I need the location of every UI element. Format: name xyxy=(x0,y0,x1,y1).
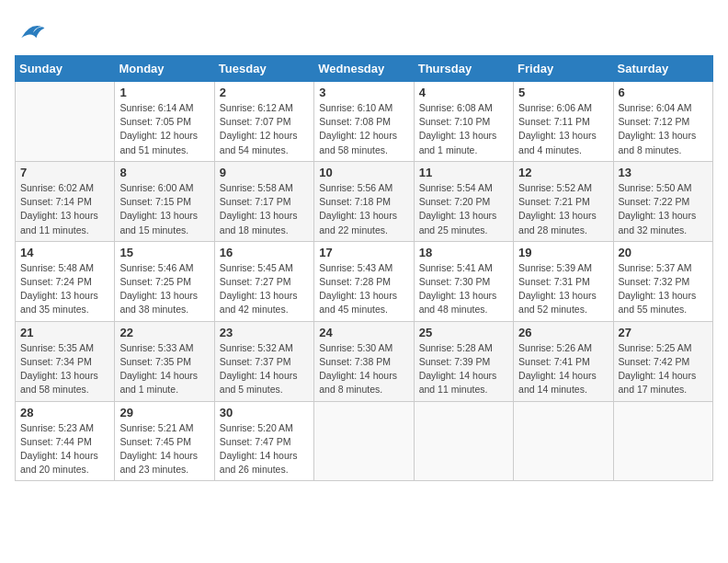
day-number: 5 xyxy=(518,86,608,99)
calendar-cell: 23Sunrise: 5:32 AM Sunset: 7:37 PM Dayli… xyxy=(214,321,313,401)
page-header xyxy=(15,15,713,48)
day-info: Sunrise: 5:58 AM Sunset: 7:17 PM Dayligh… xyxy=(220,181,309,237)
header-sunday: Sunday xyxy=(16,56,115,82)
calendar-cell: 10Sunrise: 5:56 AM Sunset: 7:18 PM Dayli… xyxy=(314,161,414,241)
calendar-cell: 18Sunrise: 5:41 AM Sunset: 7:30 PM Dayli… xyxy=(414,241,513,321)
day-number: 9 xyxy=(220,166,309,179)
day-info: Sunrise: 5:39 AM Sunset: 7:31 PM Dayligh… xyxy=(518,261,608,317)
day-info: Sunrise: 6:12 AM Sunset: 7:07 PM Dayligh… xyxy=(220,101,309,157)
day-number: 1 xyxy=(119,86,209,99)
day-info: Sunrise: 5:35 AM Sunset: 7:34 PM Dayligh… xyxy=(20,341,109,397)
day-info: Sunrise: 5:20 AM Sunset: 7:47 PM Dayligh… xyxy=(220,421,309,477)
day-info: Sunrise: 5:46 AM Sunset: 7:25 PM Dayligh… xyxy=(119,261,209,317)
day-info: Sunrise: 5:52 AM Sunset: 7:21 PM Dayligh… xyxy=(518,181,608,237)
day-info: Sunrise: 6:06 AM Sunset: 7:11 PM Dayligh… xyxy=(518,101,608,157)
day-info: Sunrise: 5:28 AM Sunset: 7:39 PM Dayligh… xyxy=(419,341,508,397)
day-info: Sunrise: 6:04 AM Sunset: 7:12 PM Dayligh… xyxy=(619,101,708,157)
calendar-week-row: 14Sunrise: 5:48 AM Sunset: 7:24 PM Dayli… xyxy=(16,241,713,321)
calendar-header-row: SundayMondayTuesdayWednesdayThursdayFrid… xyxy=(16,56,713,82)
calendar-cell: 12Sunrise: 5:52 AM Sunset: 7:21 PM Dayli… xyxy=(514,161,613,241)
calendar-week-row: 1Sunrise: 6:14 AM Sunset: 7:05 PM Daylig… xyxy=(16,82,713,162)
day-info: Sunrise: 6:08 AM Sunset: 7:10 PM Dayligh… xyxy=(419,101,508,157)
calendar-cell: 30Sunrise: 5:20 AM Sunset: 7:47 PM Dayli… xyxy=(214,401,313,481)
calendar-cell: 20Sunrise: 5:37 AM Sunset: 7:32 PM Dayli… xyxy=(613,241,712,321)
calendar-cell: 11Sunrise: 5:54 AM Sunset: 7:20 PM Dayli… xyxy=(414,161,513,241)
header-monday: Monday xyxy=(115,56,214,82)
day-number: 12 xyxy=(518,166,608,179)
day-number: 26 xyxy=(518,326,608,339)
day-number: 18 xyxy=(419,246,508,259)
calendar-cell: 1Sunrise: 6:14 AM Sunset: 7:05 PM Daylig… xyxy=(115,82,214,162)
calendar-cell: 29Sunrise: 5:21 AM Sunset: 7:45 PM Dayli… xyxy=(115,401,214,481)
day-info: Sunrise: 5:41 AM Sunset: 7:30 PM Dayligh… xyxy=(419,261,508,317)
day-number: 7 xyxy=(20,166,109,179)
day-info: Sunrise: 5:26 AM Sunset: 7:41 PM Dayligh… xyxy=(518,341,608,397)
day-info: Sunrise: 5:33 AM Sunset: 7:35 PM Dayligh… xyxy=(119,341,209,397)
calendar-week-row: 21Sunrise: 5:35 AM Sunset: 7:34 PM Dayli… xyxy=(16,321,713,401)
calendar-week-row: 7Sunrise: 6:02 AM Sunset: 7:14 PM Daylig… xyxy=(16,161,713,241)
calendar-cell xyxy=(16,82,115,162)
calendar-cell: 17Sunrise: 5:43 AM Sunset: 7:28 PM Dayli… xyxy=(314,241,414,321)
calendar-cell xyxy=(613,401,712,481)
day-number: 8 xyxy=(119,166,209,179)
day-number: 29 xyxy=(119,406,209,419)
calendar-cell: 3Sunrise: 6:10 AM Sunset: 7:08 PM Daylig… xyxy=(314,82,414,162)
calendar-cell: 16Sunrise: 5:45 AM Sunset: 7:27 PM Dayli… xyxy=(214,241,313,321)
day-number: 15 xyxy=(119,246,209,259)
day-number: 6 xyxy=(619,86,708,99)
logo-icon xyxy=(15,15,48,48)
day-number: 4 xyxy=(419,86,508,99)
calendar-cell xyxy=(414,401,513,481)
calendar-cell: 22Sunrise: 5:33 AM Sunset: 7:35 PM Dayli… xyxy=(115,321,214,401)
day-number: 13 xyxy=(619,166,708,179)
day-number: 3 xyxy=(319,86,408,99)
day-number: 2 xyxy=(220,86,309,99)
calendar-cell: 19Sunrise: 5:39 AM Sunset: 7:31 PM Dayli… xyxy=(514,241,613,321)
header-thursday: Thursday xyxy=(414,56,513,82)
day-info: Sunrise: 5:56 AM Sunset: 7:18 PM Dayligh… xyxy=(319,181,408,237)
day-info: Sunrise: 5:32 AM Sunset: 7:37 PM Dayligh… xyxy=(220,341,309,397)
calendar-cell: 6Sunrise: 6:04 AM Sunset: 7:12 PM Daylig… xyxy=(613,82,712,162)
calendar-cell: 21Sunrise: 5:35 AM Sunset: 7:34 PM Dayli… xyxy=(16,321,115,401)
header-tuesday: Tuesday xyxy=(214,56,313,82)
calendar-cell xyxy=(314,401,414,481)
day-number: 25 xyxy=(419,326,508,339)
header-saturday: Saturday xyxy=(613,56,712,82)
calendar-cell: 2Sunrise: 6:12 AM Sunset: 7:07 PM Daylig… xyxy=(214,82,313,162)
day-number: 27 xyxy=(619,326,708,339)
day-number: 11 xyxy=(419,166,508,179)
header-friday: Friday xyxy=(514,56,613,82)
calendar-table: SundayMondayTuesdayWednesdayThursdayFrid… xyxy=(15,55,713,481)
day-number: 28 xyxy=(20,406,109,419)
day-info: Sunrise: 5:37 AM Sunset: 7:32 PM Dayligh… xyxy=(619,261,708,317)
calendar-week-row: 28Sunrise: 5:23 AM Sunset: 7:44 PM Dayli… xyxy=(16,401,713,481)
day-info: Sunrise: 5:23 AM Sunset: 7:44 PM Dayligh… xyxy=(20,421,109,477)
day-number: 14 xyxy=(20,246,109,259)
calendar-cell: 5Sunrise: 6:06 AM Sunset: 7:11 PM Daylig… xyxy=(514,82,613,162)
day-number: 24 xyxy=(319,326,408,339)
day-number: 16 xyxy=(220,246,309,259)
calendar-cell: 7Sunrise: 6:02 AM Sunset: 7:14 PM Daylig… xyxy=(16,161,115,241)
logo xyxy=(15,15,51,48)
day-info: Sunrise: 6:10 AM Sunset: 7:08 PM Dayligh… xyxy=(319,101,408,157)
calendar-cell: 8Sunrise: 6:00 AM Sunset: 7:15 PM Daylig… xyxy=(115,161,214,241)
day-info: Sunrise: 5:21 AM Sunset: 7:45 PM Dayligh… xyxy=(119,421,209,477)
calendar-cell: 13Sunrise: 5:50 AM Sunset: 7:22 PM Dayli… xyxy=(613,161,712,241)
day-number: 19 xyxy=(518,246,608,259)
calendar-cell: 24Sunrise: 5:30 AM Sunset: 7:38 PM Dayli… xyxy=(314,321,414,401)
day-number: 10 xyxy=(319,166,408,179)
day-info: Sunrise: 5:48 AM Sunset: 7:24 PM Dayligh… xyxy=(20,261,109,317)
calendar-cell: 25Sunrise: 5:28 AM Sunset: 7:39 PM Dayli… xyxy=(414,321,513,401)
calendar-cell xyxy=(514,401,613,481)
calendar-cell: 4Sunrise: 6:08 AM Sunset: 7:10 PM Daylig… xyxy=(414,82,513,162)
day-info: Sunrise: 5:25 AM Sunset: 7:42 PM Dayligh… xyxy=(619,341,708,397)
day-info: Sunrise: 5:30 AM Sunset: 7:38 PM Dayligh… xyxy=(319,341,408,397)
day-number: 23 xyxy=(220,326,309,339)
day-number: 22 xyxy=(119,326,209,339)
calendar-cell: 27Sunrise: 5:25 AM Sunset: 7:42 PM Dayli… xyxy=(613,321,712,401)
day-info: Sunrise: 6:00 AM Sunset: 7:15 PM Dayligh… xyxy=(119,181,209,237)
day-number: 21 xyxy=(20,326,109,339)
day-info: Sunrise: 5:50 AM Sunset: 7:22 PM Dayligh… xyxy=(619,181,708,237)
day-info: Sunrise: 5:45 AM Sunset: 7:27 PM Dayligh… xyxy=(220,261,309,317)
calendar-cell: 9Sunrise: 5:58 AM Sunset: 7:17 PM Daylig… xyxy=(214,161,313,241)
